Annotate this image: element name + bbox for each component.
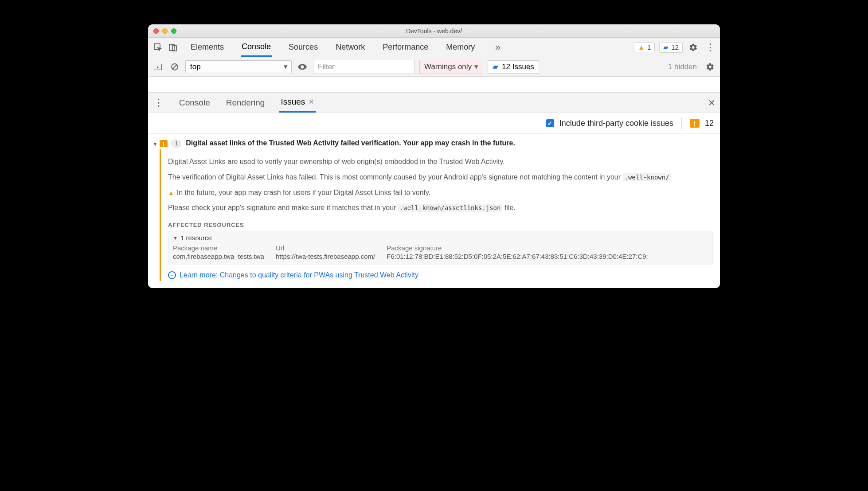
issue-text: The verification of Digital Asset Links … [168, 173, 623, 181]
issue-paragraph: ▲ In the future, your app may crash for … [168, 188, 713, 198]
issue-text: file. [502, 204, 515, 211]
table-cell: https://twa-tests.firebaseapp.com/ [276, 253, 375, 260]
resource-summary: 1 resource [180, 234, 212, 242]
divider [681, 117, 682, 129]
window-title: DevTools - web.dev/ [148, 27, 720, 35]
resource-table: Package name com.firebaseapp.twa_tests.t… [173, 244, 708, 260]
tab-elements[interactable]: Elements [190, 38, 225, 57]
toolbar-right: ▲ 1 ▰ 12 ⋮ [634, 41, 716, 54]
settings-icon[interactable] [687, 41, 700, 54]
console-blank-area [148, 77, 720, 93]
issues-total-count: 12 [705, 119, 714, 128]
issue-title: Digital asset links of the Trusted Web A… [186, 139, 515, 147]
svg-line-4 [172, 65, 177, 69]
third-party-checkbox-label: Include third-party cookie issues [559, 119, 673, 128]
issues-panel: ▼ ! 1 Digital asset links of the Trusted… [148, 134, 720, 288]
table-cell: com.firebaseapp.twa_tests.twa [173, 253, 264, 260]
open-issues-button[interactable]: ▰ 12 Issues [488, 60, 539, 74]
drawer-tab-console[interactable]: Console [177, 93, 212, 113]
log-level-selector[interactable]: Warnings only ▾ [419, 60, 483, 74]
close-tab-icon[interactable]: ✕ [309, 98, 314, 106]
console-filter-toolbar: top ▾ Warnings only ▾ ▰ 12 Issues 1 hidd… [148, 57, 720, 77]
table-col: Package signature F6:01:12:78:BD:E1:88:5… [387, 244, 648, 260]
log-level-value: Warnings only [424, 62, 472, 71]
warning-badge-icon: ! [690, 119, 700, 128]
drawer-tab-issues-label: Issues [281, 97, 305, 107]
expand-icon[interactable]: ▼ [152, 141, 158, 147]
code-path: .well-known/ [623, 173, 671, 181]
issue-icon: ▰ [663, 43, 669, 51]
issue-icon: ▰ [493, 62, 498, 71]
drawer-kebab-icon[interactable]: ⋮ [152, 97, 165, 109]
issue-text: In the future, your app may crash for us… [177, 188, 430, 198]
warnings-badge[interactable]: ▲ 1 [634, 42, 655, 52]
table-col: Package name com.firebaseapp.twa_tests.t… [173, 244, 264, 260]
table-header: Package signature [387, 244, 648, 252]
hidden-messages-label[interactable]: 1 hidden [665, 62, 700, 71]
issues-chip-label: 12 Issues [502, 62, 534, 71]
third-party-checkbox[interactable]: ✓ [546, 119, 554, 127]
issue-severity-icon: ! [160, 140, 168, 147]
tab-console[interactable]: Console [241, 38, 272, 57]
context-value: top [190, 62, 201, 71]
expand-icon[interactable]: ▼ [173, 235, 178, 241]
issue-details: Digital Asset Links are used to verify y… [160, 149, 720, 281]
code-path: .well-known/assetlinks.json [398, 204, 503, 212]
device-toggle-icon[interactable] [167, 41, 179, 54]
affected-resources-heading: AFFECTED RESOURCES [168, 222, 713, 228]
learn-more-link[interactable]: Learn more: Changes to quality criteria … [180, 271, 418, 279]
resource-summary-row[interactable]: ▼ 1 resource [173, 234, 708, 242]
tab-sources[interactable]: Sources [288, 38, 319, 57]
issue-paragraph: Digital Asset Links are used to verify y… [168, 157, 713, 167]
warning-icon: ▲ [638, 43, 645, 51]
tab-network[interactable]: Network [335, 38, 366, 57]
main-toolbar: Elements Console Sources Network Perform… [148, 38, 720, 57]
more-tabs-icon[interactable]: » [492, 41, 504, 54]
affected-resources-box: ▼ 1 resource Package name com.firebaseap… [168, 231, 713, 265]
live-expression-icon[interactable] [296, 61, 309, 73]
console-settings-icon[interactable] [704, 61, 716, 73]
issue-count-pill: 1 [171, 140, 181, 148]
devtools-window: DevTools - web.dev/ Elements Console Sou… [148, 24, 720, 288]
toggle-sidebar-icon[interactable] [152, 61, 164, 73]
link-arrow-icon: → [168, 271, 176, 279]
kebab-menu-icon[interactable]: ⋮ [704, 41, 716, 54]
panel-tabs: Elements Console Sources Network Perform… [190, 38, 504, 57]
table-header: Package name [173, 244, 264, 252]
titlebar: DevTools - web.dev/ [148, 24, 720, 38]
table-col: Url https://twa-tests.firebaseapp.com/ [276, 244, 375, 260]
inspect-element-icon[interactable] [152, 41, 164, 54]
issues-count: 12 [671, 43, 679, 51]
chevron-down-icon: ▾ [474, 62, 478, 71]
issue-summary-row[interactable]: ▼ ! 1 Digital asset links of the Trusted… [148, 137, 720, 149]
learn-more-row: → Learn more: Changes to quality criteri… [168, 271, 713, 279]
drawer-tabs: ⋮ Console Rendering Issues ✕ ✕ [148, 93, 720, 113]
drawer-tab-rendering[interactable]: Rendering [224, 93, 267, 113]
warning-triangle-icon: ▲ [168, 189, 174, 197]
warnings-count: 1 [647, 43, 651, 51]
table-cell: F6:01:12:78:BD:E1:88:52:D5:0F:05:2A:5E:6… [387, 253, 648, 260]
tab-performance[interactable]: Performance [382, 38, 429, 57]
clear-console-icon[interactable] [168, 61, 181, 73]
chevron-down-icon: ▾ [284, 62, 288, 71]
drawer-tab-issues[interactable]: Issues ✕ [279, 93, 316, 113]
issue-paragraph: The verification of Digital Asset Links … [168, 173, 713, 182]
issues-badge[interactable]: ▰ 12 [659, 42, 683, 53]
tab-memory[interactable]: Memory [445, 38, 476, 57]
issues-header-bar: ✓ Include third-party cookie issues ! 12 [148, 113, 720, 134]
close-drawer-icon[interactable]: ✕ [708, 97, 716, 108]
table-header: Url [276, 244, 375, 252]
issue-paragraph: Please check your app's signature and ma… [168, 203, 713, 213]
context-selector[interactable]: top ▾ [185, 60, 292, 73]
issue-text: Please check your app's signature and ma… [168, 204, 398, 211]
filter-input[interactable] [313, 60, 415, 74]
svg-rect-1 [169, 44, 174, 51]
